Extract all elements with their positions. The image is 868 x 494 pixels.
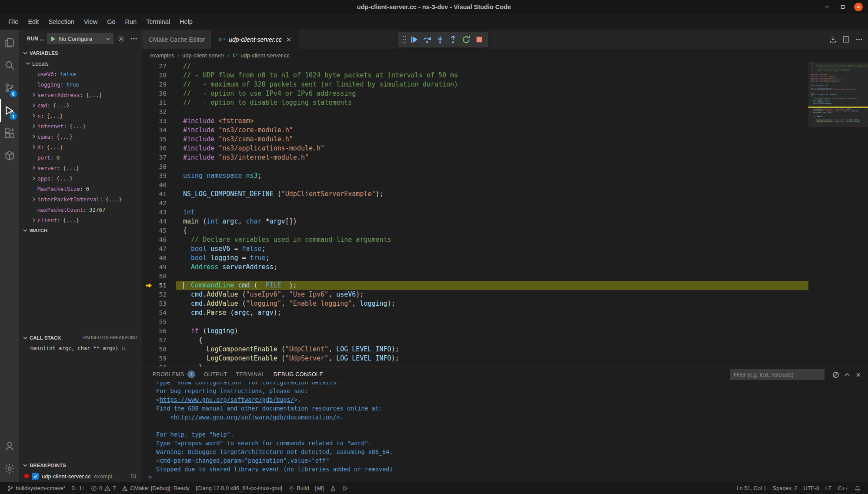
status-git-branch[interactable]: buildsystem-cmake* [4,482,69,494]
status-notifications[interactable] [851,482,864,494]
scope-locals[interactable]: Locals [19,58,142,69]
line-gutter[interactable]: 42 [142,199,176,208]
breakpoints-section-header[interactable]: BREAKPOINTS [19,460,142,471]
code-line-text[interactable]: CommandLine cmd (__FILE__); [176,281,868,290]
line-gutter[interactable]: 27 [142,62,176,71]
callstack-frame[interactable]: main(int argc, char ** argv) u. [19,343,142,354]
status-cmake-build[interactable]: Build [285,482,312,494]
console-link[interactable]: https://www.gnu.org/software/gdb/bugs/ [160,396,294,403]
status-cmake-test[interactable] [327,482,339,494]
line-gutter[interactable]: 53 [142,299,176,308]
line-gutter[interactable]: 47 [142,244,176,254]
minimap[interactable]: //// - UDP flow from n0 to n1 of 1024 by… [808,62,868,367]
debug-step-out-button[interactable] [447,33,460,46]
line-gutter[interactable]: 51 [142,281,176,290]
line-gutter[interactable]: 48 [142,254,176,263]
code-line-text[interactable]: LogComponentEnable ("UdpClient", LOG_LEV… [176,345,868,354]
code-line-text[interactable]: cmd.Parse (argc, argv); [176,308,868,317]
variable-row[interactable]: csma:{...} [19,131,142,142]
status-cmake-status[interactable]: CMake: [Debug]: Ready [119,482,193,494]
code-line-text[interactable]: #include "ns3/internet-module.h" [176,153,868,162]
code-line-text[interactable] [176,272,868,281]
status-language-mode[interactable]: C++ [835,482,851,494]
breadcrumb-item[interactable]: examples [150,52,174,59]
line-gutter[interactable]: 41 [142,190,176,199]
line-gutter[interactable]: 46 [142,235,176,244]
code-line-text[interactable]: // - option to use IPv4 or IPv6 addressi… [176,89,868,98]
variable-row[interactable]: interPacketInterval:{...} [19,194,142,204]
code-line-text[interactable]: { [176,226,868,235]
status-eol[interactable]: LF [822,482,835,494]
line-gutter[interactable]: 38 [142,162,176,171]
clear-console-icon[interactable] [832,371,839,378]
run-more-actions-icon[interactable] [129,34,139,43]
line-gutter[interactable]: 40 [142,180,176,190]
menu-terminal[interactable]: Terminal [141,16,175,28]
variable-row[interactable]: MaxPacketSize:0 [19,184,142,194]
line-gutter[interactable]: 55 [142,317,176,327]
code-line-text[interactable]: int [176,208,868,217]
variable-row[interactable]: useV6:false [19,69,142,79]
line-gutter[interactable]: 31 [142,98,176,107]
line-gutter[interactable]: 33 [142,117,176,126]
panel-tab-problems[interactable]: PROBLEMS7 [148,367,200,382]
status-cursor-position[interactable]: Ln 51, Col 1 [734,482,770,494]
code-line-text[interactable]: NS_LOG_COMPONENT_DEFINE ("UdpClientServe… [176,190,868,199]
line-gutter[interactable]: 54 [142,308,176,317]
split-editor-icon[interactable] [842,36,850,43]
line-gutter[interactable]: 32 [142,107,176,117]
code-line-text[interactable]: // Declare variables used in command-lin… [176,235,868,244]
panel-tab-debug-console[interactable]: DEBUG CONSOLE [269,367,327,382]
line-gutter[interactable]: 34 [142,126,176,135]
debug-restart-button[interactable] [460,33,473,46]
menu-edit[interactable]: Edit [23,16,43,28]
variable-row[interactable]: apps:{...} [19,173,142,184]
activity-cmake-tools[interactable] [0,144,19,167]
status-problems[interactable]: 07 [88,482,119,494]
start-debug-icon[interactable] [50,36,56,42]
watch-section-header[interactable]: WATCH [19,225,142,236]
code-line-text[interactable] [176,107,868,117]
line-gutter[interactable]: 50 [142,272,176,281]
variable-row[interactable]: internet:{...} [19,121,142,131]
variables-section-header[interactable]: VARIABLES [19,48,142,58]
line-gutter[interactable]: 56 [142,327,176,336]
variable-row[interactable]: d:{...} [19,142,142,152]
debug-step-into-button[interactable] [434,33,447,46]
panel-tab-output[interactable]: OUTPUT [200,367,232,382]
code-line-text[interactable]: #include "ns3/applications-module.h" [176,144,868,153]
tab-cmake-cache-editor[interactable]: CMake Cache Editor [142,30,212,49]
console-link[interactable]: http://www.gnu.org/software/gdb/document… [174,414,337,421]
more-actions-icon[interactable] [855,36,863,43]
activity-search[interactable] [0,54,19,77]
console-filter-input[interactable] [730,369,825,380]
breakpoint-checkbox[interactable] [32,473,39,480]
status-cmake-kit[interactable]: [Clang 12.0.0 x86_64-pc-linux-gnu] [193,482,285,494]
activity-extensions[interactable] [0,122,19,144]
callstack-section-header[interactable]: CALL STACK PAUSED ON BREAKPOINT [19,333,142,343]
debug-stop-button[interactable] [473,33,486,46]
menu-run[interactable]: Run [120,16,142,28]
code-line-text[interactable]: LogComponentEnable ("UdpServer", LOG_LEV… [176,354,868,363]
line-gutter[interactable]: 45 [142,226,176,235]
variable-row[interactable]: server:{...} [19,163,142,173]
breadcrumb-item[interactable]: udp-client-server [182,52,224,59]
close-icon[interactable] [855,371,862,378]
activity-explorer[interactable] [0,31,19,54]
activity-accounts[interactable] [0,435,19,457]
download-icon[interactable] [829,36,837,43]
line-gutter[interactable]: 57 [142,336,176,345]
activity-run-and-debug[interactable]: 1 [0,99,19,122]
code-line-text[interactable]: } [176,363,868,367]
line-gutter[interactable]: 35 [142,135,176,144]
variable-row[interactable]: logging:true [19,79,142,90]
line-gutter[interactable]: 30 [142,89,176,98]
variable-row[interactable]: cmd:{...} [19,100,142,110]
code-line-text[interactable]: bool logging = true; [176,254,868,263]
maximize-icon[interactable] [838,3,847,11]
line-gutter[interactable]: 49 [142,263,176,272]
line-gutter[interactable]: 37 [142,153,176,162]
close-window-icon[interactable] [854,3,863,11]
code-line-text[interactable]: cmd.AddValue ("useIpv6", "Use Ipv6", use… [176,290,868,299]
minimize-icon[interactable] [823,3,831,11]
